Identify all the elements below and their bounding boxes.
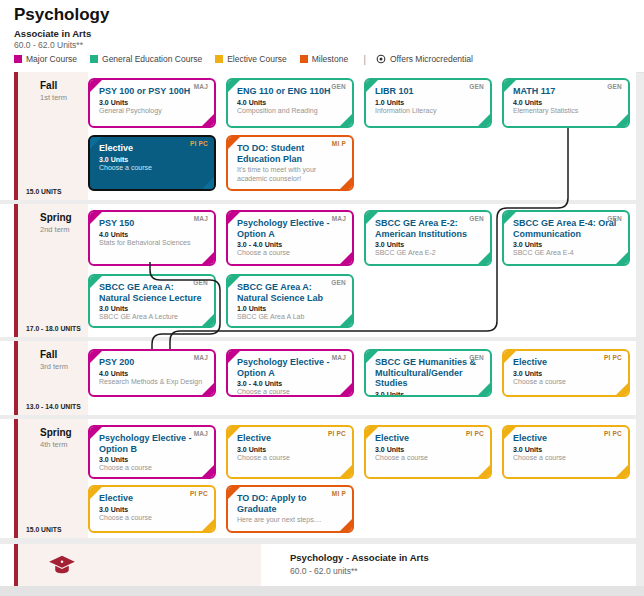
card-title: PSY 100 or PSY 100H (99, 86, 206, 97)
card-title: SBCC GE Humanities & Multicultural/Gende… (375, 357, 482, 389)
term-season: Fall (40, 349, 57, 360)
card-title: SBCC GE Area E-4: Oral Communication (513, 218, 620, 239)
term-row-spring-2: Spring 2nd term 17.0 - 18.0 UNITS MAJ PS… (0, 204, 636, 337)
card-badge: PI PC (604, 354, 622, 361)
card-badge: GEN (193, 279, 208, 286)
card-units: 3.0 Units (375, 241, 482, 248)
card-subtitle: Choose a course (237, 388, 344, 396)
course-card-elective-t4c[interactable]: PI PC Elective 3.0 Units Choose a course (502, 425, 630, 479)
card-badge: MAJ (332, 354, 346, 361)
card-subtitle: Choose a course (375, 454, 482, 462)
card-units: 3.0 Units (99, 305, 206, 312)
card-subtitle: Research Methods & Exp Design (99, 378, 206, 386)
legend-label: Milestone (312, 54, 348, 64)
course-card-ge-humanities[interactable]: GEN SBCC GE Humanities & Multicultural/G… (364, 349, 492, 397)
card-units: 3.0 Units (99, 156, 206, 163)
card-subtitle: Composition and Reading (237, 107, 344, 115)
card-title: SBCC GE Area E-2: American Institutions (375, 218, 482, 239)
card-units: 3.0 Units (375, 446, 482, 453)
card-badge: GEN (331, 279, 346, 286)
ge-course-swatch (90, 55, 98, 63)
card-units: 3.0 - 4.0 Units (237, 241, 344, 248)
card-subtitle: Here are your next steps.... (237, 516, 344, 524)
card-badge: MAJ (194, 83, 208, 90)
card-title: Psychology Elective - Option A (237, 218, 344, 239)
course-card-ge-area-e2[interactable]: GEN SBCC GE Area E-2: American Instituti… (364, 210, 492, 266)
card-badge: GEN (607, 83, 622, 90)
term-sidebar: Spring 2nd term 17.0 - 18.0 UNITS (14, 204, 88, 337)
card-subtitle: Stats for Behavioral Sciences (99, 239, 206, 247)
term-units-total: 15.0 UNITS (26, 526, 62, 533)
term-number: 4th term (40, 440, 68, 449)
card-units: 1.0 Units (237, 305, 344, 312)
milestone-card-student-education-plan[interactable]: MI P TO DO: Student Education Plan It's … (226, 135, 354, 191)
card-badge: PI PC (190, 140, 208, 147)
legend-divider: | (363, 53, 366, 65)
card-subtitle: SBCC GE Area A Lab (237, 313, 344, 321)
course-card-elective-t4d[interactable]: PI PC Elective 3.0 Units Choose a course (88, 485, 216, 533)
course-card-libr101[interactable]: GEN LIBR 101 1.0 Units Information Liter… (364, 78, 492, 128)
card-units: 1.0 Units (375, 99, 482, 106)
term-number: 3rd term (40, 362, 68, 371)
bottom-gutter (0, 586, 644, 596)
card-badge: GEN (469, 215, 484, 222)
card-badge: MAJ (194, 215, 208, 222)
card-title: PSY 150 (99, 218, 206, 229)
term-sidebar: Fall 1st term 15.0 UNITS (14, 72, 88, 200)
card-units: 3.0 Units (513, 370, 620, 377)
completion-units: 60.0 - 62.0 units** (290, 566, 358, 576)
course-card-psy150[interactable]: MAJ PSY 150 4.0 Units Stats for Behavior… (88, 210, 216, 266)
card-units: 4.0 Units (513, 99, 620, 106)
card-badge: GEN (469, 354, 484, 361)
degree-total-units: 60.0 - 62.0 Units** (14, 40, 83, 50)
card-title: Psychology Elective - Option A (237, 357, 344, 378)
card-badge: MAJ (332, 215, 346, 222)
card-title: LIBR 101 (375, 86, 482, 97)
course-card-psych-elective-a[interactable]: MAJ Psychology Elective - Option A 3.0 -… (226, 210, 354, 266)
card-subtitle: General Psychology (99, 107, 206, 115)
course-card-ge-area-a-lecture[interactable]: GEN SBCC GE Area A: Natural Science Lect… (88, 274, 216, 328)
term-season: Spring (40, 427, 72, 438)
card-title: PSY 200 (99, 357, 206, 368)
degree-subtitle: Associate in Arts (14, 28, 91, 39)
term-units-total: 13.0 - 14.0 UNITS (26, 403, 81, 410)
course-card-elective-t4a[interactable]: PI PC Elective 3.0 Units Choose a course (226, 425, 354, 479)
card-subtitle: Choose a course (99, 464, 206, 472)
card-units: 4.0 Units (237, 99, 344, 106)
legend-label: Offers Microcredential (390, 54, 473, 64)
course-card-ge-area-a-lab[interactable]: GEN SBCC GE Area A: Natural Science Lab … (226, 274, 354, 328)
card-badge: MI P (332, 140, 346, 147)
term-row-fall-3: Fall 3rd term 13.0 - 14.0 UNITS MAJ PSY … (0, 341, 636, 415)
card-units: 3.0 - 4.0 Units (237, 380, 344, 387)
term-sidebar: Spring 4th term 15.0 UNITS (14, 419, 88, 538)
card-title: SBCC GE Area A: Natural Science Lecture (99, 282, 206, 303)
course-card-psy200[interactable]: MAJ PSY 200 4.0 Units Research Methods &… (88, 349, 216, 397)
course-card-psy100[interactable]: MAJ PSY 100 or PSY 100H 3.0 Units Genera… (88, 78, 216, 128)
page-title: Psychology (14, 5, 109, 25)
card-units: 3.0 Units (99, 99, 206, 106)
course-card-ge-area-e4[interactable]: GEN SBCC GE Area E-4: Oral Communication… (502, 210, 630, 266)
card-units: 3.0 Units (513, 446, 620, 453)
card-subtitle: Choose a course (99, 514, 206, 522)
elective-course-swatch (215, 55, 223, 63)
course-card-psych-elective-b[interactable]: MAJ Psychology Elective - Option B 3.0 U… (88, 425, 216, 479)
card-badge: GEN (607, 215, 622, 222)
course-card-elective-selected[interactable]: PI PC Elective 3.0 Units Choose a course (88, 135, 216, 191)
milestone-card-apply-to-graduate[interactable]: MI P TO DO: Apply to Graduate Here are y… (226, 485, 354, 533)
course-card-eng110[interactable]: GEN ENG 110 or ENG 110H 4.0 Units Compos… (226, 78, 354, 128)
course-card-elective-t3[interactable]: PI PC Elective 3.0 Units Choose a course (502, 349, 630, 397)
term-units-total: 17.0 - 18.0 UNITS (26, 325, 81, 332)
card-subtitle: Choose a course (99, 164, 206, 172)
card-subtitle: Information Literacy (375, 107, 482, 115)
course-card-elective-t4b[interactable]: PI PC Elective 3.0 Units Choose a course (364, 425, 492, 479)
card-subtitle: It's time to meet with your academic cou… (237, 166, 344, 183)
graduation-cap-icon (48, 553, 76, 577)
course-card-math117[interactable]: GEN MATH 117 4.0 Units Elementary Statis… (502, 78, 630, 128)
page-header: Psychology Associate in Arts 60.0 - 62.0… (0, 0, 644, 73)
microcredential-icon (376, 54, 386, 64)
card-title: MATH 117 (513, 86, 620, 97)
term-row-spring-4: Spring 4th term 15.0 UNITS MAJ Psycholog… (0, 419, 636, 538)
course-card-psych-elective-a2[interactable]: MAJ Psychology Elective - Option A 3.0 -… (226, 349, 354, 397)
card-subtitle: SBCC GE Area A Lecture (99, 313, 206, 321)
card-units: 3.0 Units (375, 391, 482, 397)
